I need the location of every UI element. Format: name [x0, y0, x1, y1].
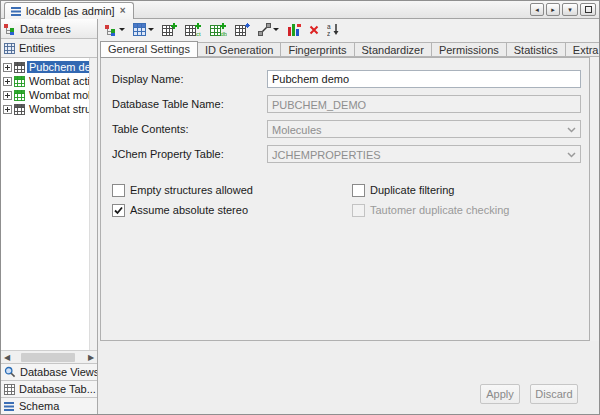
scroll-left-icon[interactable]: ◂: [530, 3, 544, 16]
schema-icon: [11, 7, 22, 16]
table-contents-label: Table Contents:: [112, 123, 267, 135]
delete-x-icon: [309, 25, 319, 35]
scroll-right-icon[interactable]: ▶: [85, 352, 97, 363]
scroll-left-icon[interactable]: ◀: [1, 352, 13, 363]
table-grid-green-icon: [14, 76, 25, 87]
main-panel: ct db: [98, 19, 599, 414]
tree-items: Pubchem demo Wombat activ: [1, 58, 89, 350]
table-grid-green-icon: [14, 90, 25, 101]
tree-item-wombat-stru[interactable]: Wombat stru: [1, 102, 89, 116]
scrollbar-thumb[interactable]: [21, 353, 75, 362]
blue-bars-icon: [4, 402, 15, 411]
checkbox-assume-absolute-stereo[interactable]: Assume absolute stereo: [112, 202, 352, 218]
close-icon[interactable]: ×: [119, 6, 127, 16]
chevron-down-icon: [567, 127, 576, 133]
tab-fingerprints[interactable]: Fingerprints: [281, 42, 354, 57]
data-tree-icon: [4, 23, 16, 35]
tab-statistics[interactable]: Statistics: [507, 42, 566, 57]
db-table-name-field: PUBCHEM_DEMO: [267, 95, 581, 113]
tree-item-wombat-mol[interactable]: Wombat mole: [1, 88, 89, 102]
table-contents-value: Molecules: [272, 124, 322, 136]
tab-controls: ◂ ▸ ▾: [530, 3, 596, 16]
data-trees-header[interactable]: Data trees: [1, 19, 97, 39]
table-plus-ct-icon: ct: [185, 23, 202, 36]
checkbox-label: Assume absolute stereo: [130, 204, 248, 216]
delete-button[interactable]: [308, 24, 320, 36]
add-table-button[interactable]: [161, 22, 178, 37]
checkbox-icon[interactable]: [112, 184, 125, 197]
jchem-property-table-value: JCHEMPROPERTIES: [272, 149, 381, 161]
tab-general-settings[interactable]: General Settings: [100, 41, 198, 58]
checkbox-checked-icon[interactable]: [112, 204, 125, 217]
promote-table-button[interactable]: [234, 22, 251, 37]
document-tab-localdb[interactable]: localdb [as admin] ×: [4, 2, 134, 19]
table-dot-icon: [235, 23, 250, 36]
entities-grid-icon: [4, 43, 15, 54]
checkbox-duplicate-filtering[interactable]: Duplicate filtering: [352, 182, 581, 198]
document-tab-title: localdb [as admin]: [26, 5, 115, 17]
add-chemical-table-button[interactable]: ct: [184, 22, 203, 37]
general-settings-panel: Display Name: Database Table Name: PUBCH…: [100, 57, 590, 341]
checkbox-label: Tautomer duplicate checking: [370, 204, 509, 216]
sidebar-item-schema[interactable]: Schema: [1, 397, 97, 414]
tab-permissions[interactable]: Permissions: [432, 42, 507, 57]
form-row-table-contents: Table Contents: Molecules: [112, 120, 581, 138]
jchem-property-table-select: JCHEMPROPERTIES: [267, 145, 581, 163]
toolbar: ct db: [98, 19, 599, 40]
checkbox-label: Duplicate filtering: [370, 184, 454, 196]
scrollbar-track[interactable]: [13, 353, 85, 362]
sidebar: Data trees Entities Pubchem demo: [1, 19, 98, 414]
chevron-down-icon: [273, 28, 279, 31]
db-table-name-label: Database Table Name:: [112, 98, 267, 110]
relationship-line-icon: [258, 23, 271, 36]
checkbox-icon[interactable]: [352, 184, 365, 197]
expand-icon[interactable]: [3, 91, 12, 100]
tree-horizontal-scrollbar[interactable]: ◀ ▶: [1, 350, 97, 363]
new-data-tree-button[interactable]: [104, 23, 126, 37]
window-body: Data trees Entities Pubchem demo: [1, 19, 599, 414]
table-plus-icon: [162, 23, 177, 36]
sidebar-item-database-views[interactable]: Database Views: [1, 363, 97, 380]
checkbox-empty-structures[interactable]: Empty structures allowed: [112, 182, 352, 198]
magnifier-icon: [4, 366, 16, 378]
grid-view-button[interactable]: [132, 22, 155, 37]
tree-item-pubchem-demo[interactable]: Pubchem demo: [1, 60, 89, 74]
expand-icon[interactable]: [3, 77, 12, 86]
sidebar-item-database-tables[interactable]: Database Tab...: [1, 380, 97, 397]
tree-item-wombat-act[interactable]: Wombat activ: [1, 74, 89, 88]
app-window: localdb [as admin] × ◂ ▸ ▾ Data trees E: [0, 0, 600, 415]
tree-vertical-scrollbar[interactable]: [89, 58, 97, 350]
checkbox-label: Empty structures allowed: [130, 184, 253, 196]
svg-text:a: a: [327, 23, 331, 30]
discard-button[interactable]: Discard: [530, 384, 578, 404]
tab-standardizer[interactable]: Standardizer: [355, 42, 432, 57]
sidebar-item-label: Schema: [19, 400, 59, 412]
display-name-field[interactable]: [267, 70, 581, 88]
expand-icon[interactable]: [3, 105, 12, 114]
maximize-icon[interactable]: [580, 3, 596, 16]
scroll-right-icon[interactable]: ▸: [546, 3, 560, 16]
entities-label: Entities: [19, 42, 55, 54]
tab-extra-attributes[interactable]: Extra Attributes: [566, 42, 600, 57]
table-grid-icon: [4, 384, 15, 395]
sort-button[interactable]: az: [326, 22, 342, 37]
tree-item-label: Wombat activ: [27, 75, 89, 87]
sort-az-icon: az: [327, 23, 341, 36]
table-contents-select: Molecules: [267, 120, 581, 138]
data-trees-label: Data trees: [20, 23, 71, 35]
chevron-down-icon: [119, 28, 125, 31]
entities-header[interactable]: Entities: [1, 39, 97, 58]
checkbox-tautomer-duplicate: Tautomer duplicate checking: [352, 202, 581, 218]
checkbox-grid: Empty structures allowed Duplicate filte…: [112, 182, 581, 218]
apply-button[interactable]: Apply: [480, 384, 520, 404]
table-plus-db-icon: db: [210, 23, 227, 36]
columns-chart-icon: [287, 23, 301, 36]
tab-id-generation[interactable]: ID Generation: [198, 42, 281, 57]
add-db-table-button[interactable]: db: [209, 22, 228, 37]
expand-icon[interactable]: [3, 63, 12, 72]
manage-columns-button[interactable]: [286, 22, 302, 37]
document-tabbar: localdb [as admin] × ◂ ▸ ▾: [1, 1, 599, 19]
add-relationship-button[interactable]: [257, 22, 280, 37]
entities-tree: Pubchem demo Wombat activ: [1, 58, 97, 350]
tab-list-icon[interactable]: ▾: [562, 3, 578, 16]
